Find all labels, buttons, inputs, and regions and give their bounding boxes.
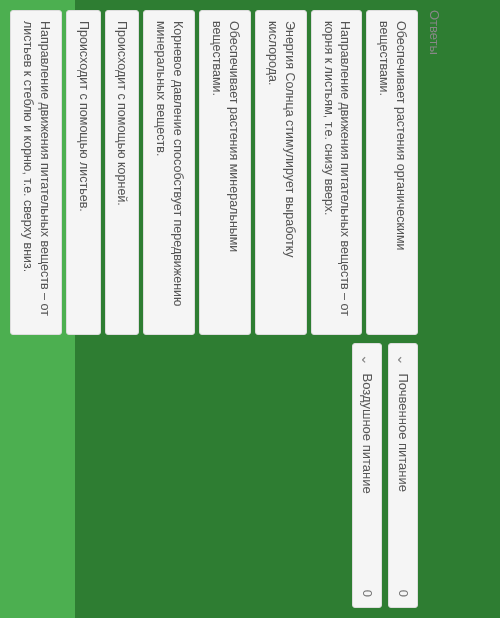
statement-card[interactable]: Направление движения питательных веществ… — [10, 10, 62, 335]
statement-card[interactable]: Корневое давление способствует передвиже… — [144, 10, 196, 335]
category-air[interactable]: ⌄ Воздушное питание 0 — [352, 343, 382, 609]
category-label: Почвенное питание — [396, 374, 411, 590]
categories-column: ⌄ Почвенное питание 0 ⌄ Воздушное питани… — [10, 343, 418, 609]
category-count: 0 — [396, 590, 411, 597]
category-count: 0 — [360, 590, 375, 597]
category-soil[interactable]: ⌄ Почвенное питание 0 — [388, 343, 418, 609]
statements-column: Обеспечивает растения органическими веще… — [10, 10, 418, 335]
statement-card[interactable]: Направление движения питательных веществ… — [311, 10, 363, 335]
statement-card[interactable]: Происходит с помощью корней. — [105, 10, 140, 335]
statement-card[interactable]: Обеспечивает растения минеральными вещес… — [199, 10, 251, 335]
statement-card[interactable]: Обеспечивает растения органическими веще… — [367, 10, 419, 335]
statement-card[interactable]: Происходит с помощью листьев. — [66, 10, 101, 335]
category-label: Воздушное питание — [360, 374, 375, 590]
content-area: Обеспечивает растения органическими веще… — [0, 0, 423, 618]
statement-card[interactable]: Энергия Солнца стимулирует выработку кис… — [255, 10, 307, 335]
chevron-down-icon: ⌄ — [359, 354, 375, 366]
answers-label: Ответы — [427, 10, 442, 55]
chevron-down-icon: ⌄ — [395, 354, 411, 366]
